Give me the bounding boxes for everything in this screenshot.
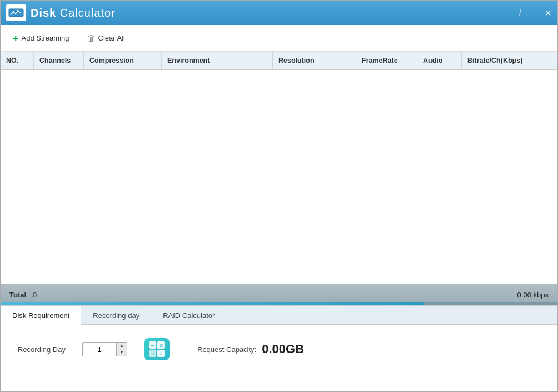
logo-svg <box>8 7 24 19</box>
table-header: NO. Channels Compression Environment Res… <box>1 52 557 70</box>
add-streaming-button[interactable]: + Add Streaming <box>9 31 73 46</box>
spinner-up[interactable]: ▲ <box>117 343 127 349</box>
recording-day-input[interactable] <box>83 343 116 356</box>
capacity-label: Request Capacity: <box>197 345 256 354</box>
progress-bar-fill <box>1 302 424 305</box>
add-streaming-label: Add Streaming <box>22 34 69 42</box>
main-window: Disk Calculator i — ✕ + Add Streaming 🗑 … <box>0 0 558 392</box>
spinner-arrows: ▲ ▼ <box>116 343 127 356</box>
title-calculator: Calculator <box>60 7 116 19</box>
clear-all-button[interactable]: 🗑 Clear All <box>84 31 128 45</box>
col-extra <box>545 52 557 69</box>
capacity-value: 0.00GB <box>262 342 304 356</box>
recording-row: Recording Day ▲ ▼ − + <box>18 338 540 360</box>
kbps-unit: kbps <box>534 291 549 299</box>
col-resolution: Resolution <box>273 52 356 69</box>
total-kbps: 0.00 kbps <box>517 291 549 299</box>
svg-text:+: + <box>159 350 162 357</box>
table-scroll-area <box>1 70 557 284</box>
total-bar: Total 0 0.00 kbps <box>1 284 557 305</box>
minimize-button[interactable]: — <box>529 9 537 17</box>
tab-raid-calculator[interactable]: RAID Calculator <box>151 306 226 325</box>
tab-recording-day[interactable]: Recording day <box>81 306 151 325</box>
title-bar: Disk Calculator i — ✕ <box>1 1 557 25</box>
tabs: Disk Requirement Recording day RAID Calc… <box>1 306 557 325</box>
col-channels: Channels <box>34 52 84 69</box>
table-section: NO. Channels Compression Environment Res… <box>1 52 557 284</box>
info-button[interactable]: i <box>519 8 521 17</box>
capacity-section: Request Capacity: 0.00GB <box>197 342 304 356</box>
calculator-icon-svg: − + → ✕ <box>148 340 166 358</box>
recording-day-spinner[interactable]: ▲ ▼ <box>82 342 127 356</box>
calculate-button[interactable]: − + → ✕ <box>144 338 170 360</box>
col-compression: Compression <box>84 52 162 69</box>
svg-point-1 <box>13 11 14 12</box>
total-value: 0 <box>33 291 37 299</box>
svg-point-4 <box>20 12 21 13</box>
bottom-panel: Disk Requirement Recording day RAID Calc… <box>1 305 557 391</box>
table-body[interactable] <box>1 70 557 284</box>
kbps-value: 0.00 <box>517 291 531 299</box>
toolbar: + Add Streaming 🗑 Clear All <box>1 25 557 52</box>
title-bar-controls: i — ✕ <box>519 8 552 17</box>
svg-text:−: − <box>151 343 155 349</box>
svg-text:→: → <box>150 350 156 357</box>
col-framerate: FrameRate <box>356 52 417 69</box>
app-title: Disk Calculator <box>31 7 116 19</box>
title-bar-left: Disk Calculator <box>6 4 116 21</box>
col-no: NO. <box>1 52 34 69</box>
svg-point-2 <box>15 13 16 14</box>
svg-text:✕: ✕ <box>159 343 163 349</box>
title-disk: Disk <box>31 7 56 19</box>
recording-day-label: Recording Day <box>18 345 66 354</box>
close-button[interactable]: ✕ <box>545 9 552 17</box>
total-label: Total <box>9 291 26 299</box>
col-bitrate: Bitrate/Ch(Kbps) <box>462 52 545 69</box>
progress-bar-bg <box>1 302 557 305</box>
app-logo <box>6 4 26 21</box>
spinner-down[interactable]: ▼ <box>117 349 127 356</box>
col-audio: Audio <box>417 52 462 69</box>
clear-all-label: Clear All <box>98 34 125 42</box>
tab-content-disk-requirement: Recording Day ▲ ▼ − + <box>1 325 557 391</box>
tab-disk-requirement[interactable]: Disk Requirement <box>1 306 81 325</box>
svg-point-3 <box>17 10 18 11</box>
col-environment: Environment <box>162 52 273 69</box>
plus-icon: + <box>13 33 19 43</box>
trash-icon: 🗑 <box>87 33 96 43</box>
